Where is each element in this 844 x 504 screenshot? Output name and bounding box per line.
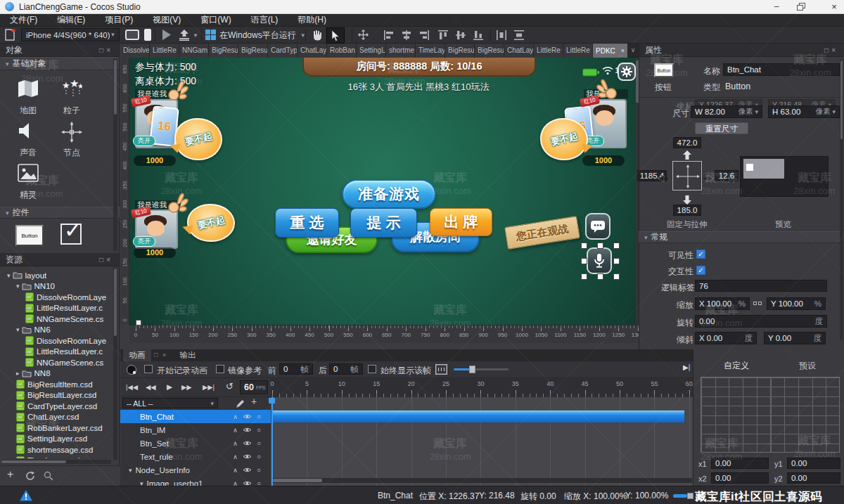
document-tab-6[interactable]: ChatLay xyxy=(298,44,327,58)
document-tab-7[interactable]: RobBan xyxy=(327,44,357,58)
anchor-bottom-field[interactable]: 185.0 xyxy=(673,205,701,216)
document-tab-1[interactable]: LittleRe xyxy=(150,44,179,58)
align-top-icon[interactable] xyxy=(437,30,449,44)
tree-file-LittleResultLayer.c[interactable]: csdLittleResultLayer.c xyxy=(0,347,113,357)
collapse-chevron-icon[interactable]: ∧ xyxy=(233,427,238,434)
reselect-button[interactable]: 重 选 xyxy=(275,208,339,238)
ruler-origin-marker[interactable] xyxy=(136,320,141,325)
document-tab-11[interactable]: BigResu xyxy=(445,44,475,58)
object-item-声音[interactable]: 声音 xyxy=(7,122,49,160)
timeline-ruler[interactable]: 051015202530354045505560 xyxy=(271,378,693,397)
menu-item-2[interactable]: 项目(P) xyxy=(95,14,143,26)
tree-file-NNGameScene.cs[interactable]: csdNNGameScene.cs xyxy=(0,314,113,324)
document-tab-10[interactable]: TimeLay xyxy=(416,44,445,58)
tree-file-RobBankerLayer.csd[interactable]: csdRobBankerLayer.csd xyxy=(0,422,113,433)
go-first-frame-button[interactable]: |◀◀ xyxy=(126,383,138,391)
control-item-button[interactable]: Button xyxy=(15,225,44,246)
logic-tag-input[interactable]: 76 xyxy=(695,280,827,292)
tree-file-BigResultItem.csd[interactable]: csdBigResultItem.csd xyxy=(0,379,113,389)
selection-handle[interactable] xyxy=(597,273,603,280)
close-panel-icon[interactable]: × xyxy=(106,46,113,54)
restore-button[interactable] xyxy=(796,3,810,13)
visibility-eye-icon[interactable] xyxy=(243,427,252,433)
tree-file-CardTypeLayer.csd[interactable]: csdCardTypeLayer.csd xyxy=(0,401,113,411)
minimize-button[interactable]: – xyxy=(767,1,786,13)
solo-circle-icon[interactable]: ○ xyxy=(257,439,261,447)
visibility-eye-icon[interactable] xyxy=(243,453,252,460)
control-item-checkbox[interactable]: ✓ xyxy=(60,224,82,245)
tree-file-DissolveRoomLaye[interactable]: csdDissolveRoomLaye xyxy=(0,335,113,346)
align-right-icon[interactable] xyxy=(418,30,430,44)
tree-expand-icon[interactable]: ▾ xyxy=(16,283,20,290)
tree-file-shortmessage.csd[interactable]: csdshortmessage.csd xyxy=(0,444,113,455)
next-frame-button[interactable]: ▶▶ xyxy=(181,383,192,391)
visibility-eye-icon[interactable] xyxy=(243,480,252,486)
general-section[interactable]: ▾ 常规 xyxy=(639,231,844,243)
chat-button[interactable] xyxy=(585,213,610,240)
track-filter-dropdown[interactable]: -- ALL --▾ xyxy=(122,398,218,408)
document-tab-5[interactable]: CardTyp xyxy=(268,44,298,58)
solo-circle-icon[interactable]: ○ xyxy=(257,426,261,434)
solo-circle-icon[interactable]: ○ xyxy=(257,413,261,420)
visibility-eye-icon[interactable] xyxy=(243,467,252,473)
object-item-精灵[interactable]: 精灵 xyxy=(7,164,49,202)
float-panel-icon[interactable]: □ xyxy=(99,46,106,54)
landscape-orientation-icon[interactable] xyxy=(125,30,139,43)
tree-file-ChatLayer.csd[interactable]: csdChatLayer.csd xyxy=(0,412,113,422)
keyframe-span-bar[interactable] xyxy=(272,411,684,422)
curve-x1-input[interactable]: 0.00 xyxy=(711,458,769,469)
visible-checkbox[interactable]: ✓ xyxy=(696,250,705,259)
resources-vscrollbar[interactable] xyxy=(113,267,117,460)
document-tab-9[interactable]: shortme xyxy=(386,44,416,58)
document-tab-0[interactable]: Dissolve xyxy=(120,44,150,58)
refresh-icon[interactable] xyxy=(25,471,35,484)
interactive-checkbox[interactable]: ✓ xyxy=(696,266,705,275)
close-tab-icon[interactable]: × xyxy=(621,47,625,54)
playhead-cap[interactable] xyxy=(269,398,275,403)
playhead-line[interactable] xyxy=(271,397,273,486)
tree-folder-layout[interactable]: ▾layout xyxy=(0,270,113,280)
select-tool-button[interactable] xyxy=(326,27,345,44)
onion-skin-icon[interactable] xyxy=(435,364,447,377)
rotation-input[interactable]: 0.00度 xyxy=(695,315,827,328)
align-middle-v-icon[interactable] xyxy=(455,30,466,44)
close-panel-icon[interactable]: × xyxy=(106,256,113,264)
new-project-icon[interactable] xyxy=(5,29,15,44)
size-w-field[interactable]: W 82.00像素▾ xyxy=(691,105,762,118)
add-animation-icon[interactable]: + xyxy=(251,396,257,407)
solo-circle-icon[interactable]: ○ xyxy=(257,466,261,474)
tree-expand-icon[interactable]: ▾ xyxy=(7,272,11,279)
align-left-icon[interactable] xyxy=(383,30,395,44)
selection-handle[interactable] xyxy=(581,273,587,280)
object-item-粒子[interactable]: ★★★粒子 xyxy=(51,79,93,117)
portrait-orientation-icon[interactable] xyxy=(143,28,152,44)
tab-custom-curve[interactable]: 自定义 xyxy=(724,360,749,372)
curve-y1-input[interactable]: 0.00 xyxy=(787,458,840,469)
timeline-track-Node_UserInfo[interactable]: ▾Node_UserInfo∧○ xyxy=(120,463,271,477)
document-tab-14[interactable]: LittleRe xyxy=(534,44,563,58)
collapse-chevron-icon[interactable]: ∧ xyxy=(233,440,238,447)
object-item-节点[interactable]: 节点 xyxy=(51,122,93,160)
tree-file-DissolveRoomLaye[interactable]: csdDissolveRoomLaye xyxy=(0,292,113,302)
record-animation-icon[interactable] xyxy=(126,364,138,379)
expand-node-icon[interactable] xyxy=(357,29,369,44)
distribute-v-icon[interactable] xyxy=(513,30,525,44)
selection-handle[interactable] xyxy=(613,258,620,264)
collapse-chevron-icon[interactable]: ∧ xyxy=(233,453,238,460)
tab-preset-curve[interactable]: 预设 xyxy=(799,360,816,372)
document-tab-15[interactable]: LittleRe xyxy=(563,44,593,58)
visibility-eye-icon[interactable] xyxy=(243,413,252,420)
ready-button[interactable]: 准备游戏 xyxy=(342,179,436,209)
align-bottom-icon[interactable] xyxy=(473,30,484,44)
selection-handle[interactable] xyxy=(581,243,587,249)
tab-animation[interactable]: 动画 xyxy=(123,349,151,361)
scene-canvas[interactable]: 参与体力: 500 离桌体力: 500 房间号: 888888 局数: 10/1… xyxy=(129,58,636,325)
fps-box[interactable]: 60 FPS xyxy=(240,380,268,394)
record-checkbox[interactable] xyxy=(144,365,153,373)
publish-icon[interactable] xyxy=(179,30,190,44)
chevron-down-icon[interactable]: ▼ xyxy=(193,32,198,39)
float-panel-icon[interactable]: □ xyxy=(824,46,831,54)
collapse-chevron-icon[interactable]: ∧ xyxy=(233,467,238,474)
document-tab-3[interactable]: BigResu xyxy=(209,44,238,58)
name-input[interactable]: Btn_Chat xyxy=(723,63,840,76)
